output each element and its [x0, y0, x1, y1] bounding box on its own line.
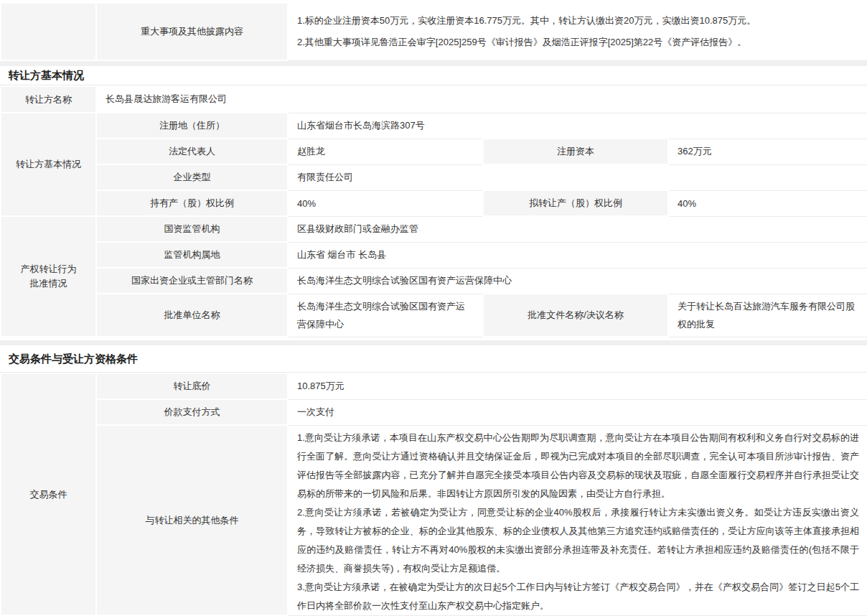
field-label-legal-representative: 法定代表人	[96, 139, 288, 164]
field-label-registered-address: 注册地（住所）	[96, 113, 288, 139]
disclosure-line-2: 2.其他重大事项详见鲁浩正会审字[2025]259号《审计报告》及烟浩正评报字[…	[297, 32, 859, 53]
field-label-state-funded-enterprise: 国家出资企业或主管部门名称	[96, 268, 288, 294]
field-label-enterprise-type: 企业类型	[96, 164, 288, 190]
field-label-approval-document: 批准文件名称/决议名称	[483, 294, 668, 337]
field-value-proposed-transfer-ratio: 40%	[668, 190, 867, 216]
transaction-table: 交易条件 转让底价 10.875万元 价款支付方式 一次支付 与转让相关的其他条…	[0, 373, 867, 616]
table-row: 持有产（股）权比例 40% 拟转让产（股）权比例 40%	[1, 190, 867, 216]
field-value-enterprise-type: 有限责任公司	[288, 164, 867, 190]
field-label-proposed-transfer-ratio: 拟转让产（股）权比例	[483, 190, 668, 216]
transferor-table: 转让方名称 长岛县晟达旅游客运有限公司 转让方基本情况 注册地（住所） 山东省烟…	[0, 85, 867, 337]
field-label-other-conditions: 与转让相关的其他条件	[96, 425, 288, 615]
field-value-regulator-location: 山东省 烟台市 长岛县	[288, 242, 867, 268]
table-row: 法定代表人 赵胜龙 注册资本 362万元	[1, 139, 867, 164]
field-value-other-conditions: 1.意向受让方须承诺，本项目在山东产权交易中心公告期即为尽职调查期，意向受让方在…	[288, 425, 867, 615]
field-value-payment-method: 一次支付	[288, 399, 867, 425]
table-row: 交易条件 转让底价 10.875万元	[1, 373, 867, 399]
field-label-approval-unit: 批准单位名称	[96, 294, 288, 337]
section-separator	[0, 61, 867, 66]
table-row: 监管机构属地 山东省 烟台市 长岛县	[1, 242, 867, 268]
field-label-payment-method: 价款支付方式	[96, 399, 288, 425]
table-row: 价款支付方式 一次支付	[1, 399, 867, 425]
field-label-major-disclosure: 重大事项及其他披露内容	[96, 3, 288, 60]
field-label-regulator-location: 监管机构属地	[96, 242, 288, 268]
field-label-transferor-name: 转让方名称	[1, 86, 96, 113]
disclosure-table: 重大事项及其他披露内容 1.标的企业注册资本50万元，实收注册资本16.775万…	[0, 2, 867, 61]
field-value-transferor-name: 长岛县晟达旅游客运有限公司	[96, 86, 867, 113]
table-row: 批准单位名称 长岛海洋生态文明综合试验区国有资产运营保障中心 批准文件名称/决议…	[1, 294, 867, 337]
other-conditions-paragraph-3: 3.意向受让方须承诺，在被确定为受让方的次日起5个工作日内与转让方签订《产权交易…	[297, 578, 859, 615]
group-label-transferor-basic-info: 转让方基本情况	[1, 113, 96, 216]
section-separator	[0, 340, 867, 345]
table-row: 重大事项及其他披露内容 1.标的企业注册资本50万元，实收注册资本16.775万…	[1, 3, 867, 60]
section-title-transferor: 转让方基本情况	[0, 66, 867, 85]
table-row: 与转让相关的其他条件 1.意向受让方须承诺，本项目在山东产权交易中心公告期即为尽…	[1, 425, 867, 615]
field-value-approval-unit: 长岛海洋生态文明综合试验区国有资产运营保障中心	[288, 294, 483, 337]
field-label-registered-capital: 注册资本	[483, 139, 668, 164]
table-row: 国家出资企业或主管部门名称 长岛海洋生态文明综合试验区国有资产运营保障中心	[1, 268, 867, 294]
field-value-approval-document: 关于转让长岛百达旅游汽车服务有限公司股权的批复	[668, 294, 867, 337]
field-value-floor-price: 10.875万元	[288, 373, 867, 399]
other-conditions-paragraph-1: 1.意向受让方须承诺，本项目在山东产权交易中心公告期即为尽职调查期，意向受让方在…	[297, 429, 859, 503]
section-title-transaction: 交易条件与受让方资格条件	[0, 345, 867, 373]
other-conditions-paragraph-2: 2.意向受让方须承诺，若被确定为受让方，同意受让标的企业40%股权后，承接履行转…	[297, 503, 859, 578]
field-label-regulator: 国资监管机构	[96, 216, 288, 242]
table-row: 企业类型 有限责任公司	[1, 164, 867, 190]
field-label-floor-price: 转让底价	[96, 373, 288, 399]
disclosure-line-1: 1.标的企业注册资本50万元，实收注册资本16.775万元。其中，转让方认缴出资…	[297, 10, 859, 32]
field-value-major-disclosure: 1.标的企业注册资本50万元，实收注册资本16.775万元。其中，转让方认缴出资…	[288, 3, 867, 60]
field-value-legal-representative: 赵胜龙	[288, 139, 483, 164]
field-value-registered-address: 山东省烟台市长岛海滨路307号	[288, 113, 867, 139]
field-value-state-funded-enterprise: 长岛海洋生态文明综合试验区国有资产运营保障中心	[288, 268, 867, 294]
field-value-registered-capital: 362万元	[668, 139, 867, 164]
field-value-held-equity-ratio: 40%	[288, 190, 483, 216]
field-value-regulator: 区县级财政部门或金融办监管	[288, 216, 867, 242]
group-label-empty	[1, 3, 96, 60]
table-row: 产权转让行为 批准情况 国资监管机构 区县级财政部门或金融办监管	[1, 216, 867, 242]
table-row: 转让方基本情况 注册地（住所） 山东省烟台市长岛海滨路307号	[1, 113, 867, 139]
group-label-transaction-conditions: 交易条件	[1, 373, 96, 615]
table-row: 转让方名称 长岛县晟达旅游客运有限公司	[1, 86, 867, 113]
field-label-held-equity-ratio: 持有产（股）权比例	[96, 190, 288, 216]
group-label-approval-info: 产权转让行为 批准情况	[1, 216, 96, 337]
